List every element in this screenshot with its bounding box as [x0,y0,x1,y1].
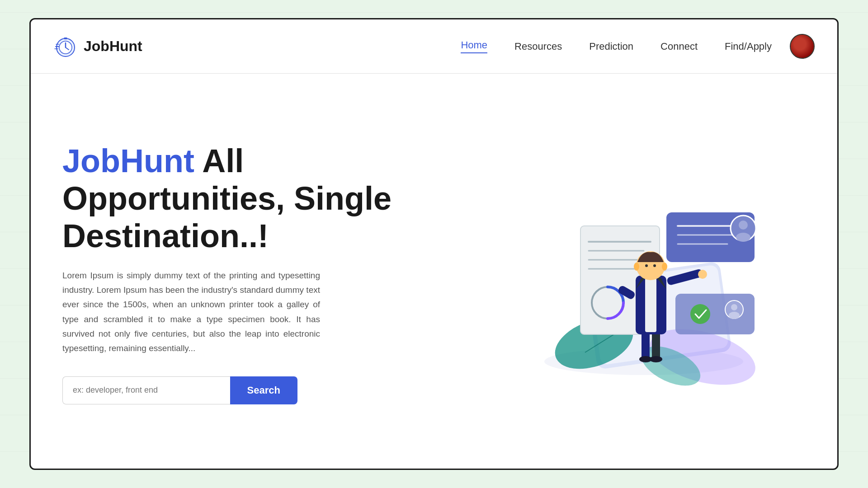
right-section [450,74,837,469]
svg-point-362 [739,221,748,230]
svg-point-367 [731,304,737,310]
svg-point-381 [645,264,648,267]
main-window: JobHunt Home Resources Prediction Connec… [29,18,839,470]
svg-rect-340 [64,38,67,39]
logo-area[interactable]: JobHunt [53,34,142,59]
svg-point-365 [690,304,710,324]
logo-icon [53,34,78,59]
avatar-image [791,35,814,58]
search-button[interactable]: Search [230,376,297,404]
hero-description: Lorem Ipsum is simply dummy text of the … [62,268,320,356]
logo-text: JobHunt [84,38,142,55]
nav-link-home[interactable]: Home [461,39,487,53]
svg-rect-364 [675,294,755,334]
nav-link-connect[interactable]: Connect [660,41,698,52]
svg-point-382 [653,264,656,267]
nav-links: Home Resources Prediction Connect Find/A… [461,39,772,53]
search-input[interactable] [62,376,230,404]
nav-link-resources[interactable]: Resources [514,41,562,52]
svg-point-383 [634,263,639,271]
search-area: Search [62,376,297,404]
main-content: JobHunt All Opportunities, Single Destin… [31,74,837,469]
hero-title: JobHunt All Opportunities, Single Destin… [62,142,423,254]
navbar: JobHunt Home Resources Prediction Connec… [31,19,837,74]
hero-title-brand: JobHunt [62,143,194,179]
svg-point-384 [662,263,667,271]
hero-illustration [459,83,828,460]
nav-link-prediction[interactable]: Prediction [589,41,633,52]
svg-point-363 [736,233,750,242]
svg-point-372 [650,356,662,362]
svg-rect-374 [645,278,656,332]
svg-point-368 [729,312,740,319]
svg-point-378 [698,270,707,279]
avatar[interactable] [790,34,815,59]
left-section: JobHunt All Opportunities, Single Destin… [31,74,450,469]
nav-link-findapply[interactable]: Find/Apply [725,41,772,52]
